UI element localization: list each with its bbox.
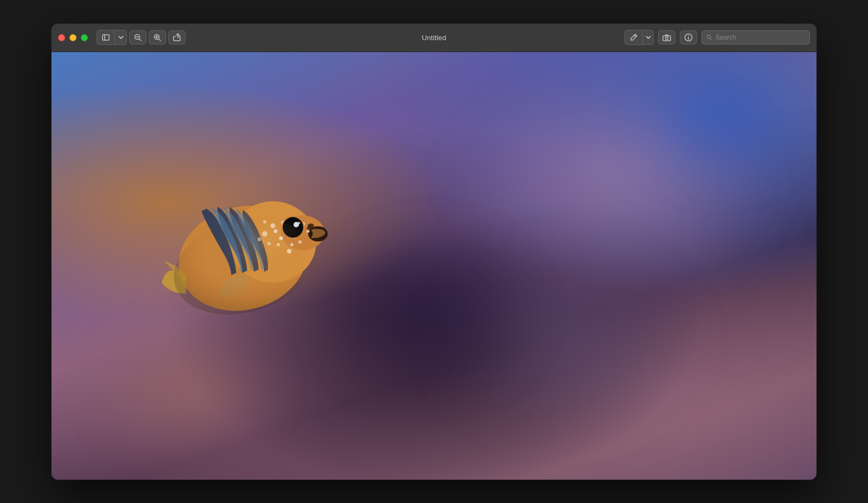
sidebar-toggle-button[interactable]: [97, 30, 114, 44]
svg-point-36: [297, 221, 300, 224]
underwater-scene: [52, 52, 816, 480]
pen-tool-button[interactable]: [625, 30, 642, 44]
maximize-button[interactable]: [81, 34, 88, 41]
window-title: Untitled: [422, 34, 446, 42]
chevron-down-icon: [118, 34, 124, 41]
zoom-out-button[interactable]: [129, 30, 146, 44]
bg-decoration-4: [639, 73, 801, 182]
svg-point-45: [307, 226, 312, 230]
svg-rect-0: [103, 35, 109, 40]
info-button[interactable]: [680, 30, 697, 44]
svg-line-3: [139, 39, 142, 41]
content-area: [52, 52, 816, 480]
svg-line-9: [634, 35, 636, 37]
search-icon: [706, 34, 712, 41]
sidebar-chevron-button[interactable]: [114, 30, 126, 44]
search-bar[interactable]: [701, 30, 810, 44]
photo-display: [52, 52, 816, 480]
zoom-in-icon: [153, 33, 162, 42]
info-icon: [684, 33, 693, 42]
svg-line-16: [710, 38, 712, 40]
fish-image: [135, 152, 352, 359]
toolbar-left: [97, 30, 186, 45]
traffic-lights: [58, 34, 88, 41]
pen-chevron-button[interactable]: [642, 30, 653, 44]
pen-icon: [629, 33, 638, 42]
minimize-button[interactable]: [69, 34, 76, 41]
svg-point-11: [666, 37, 668, 40]
share-button[interactable]: [168, 30, 186, 44]
camera-button[interactable]: [658, 30, 675, 44]
camera-icon: [662, 33, 671, 42]
toolbar-right: [624, 30, 810, 45]
svg-point-14: [688, 35, 689, 36]
zoom-in-button[interactable]: [149, 30, 166, 44]
bg-decoration-3: [320, 231, 537, 394]
close-button[interactable]: [58, 34, 65, 41]
pen-chevron-down-icon: [645, 34, 652, 41]
sidebar-icon: [101, 33, 110, 42]
pen-tool-group: [624, 30, 654, 45]
zoom-out-icon: [133, 33, 142, 42]
share-icon: [173, 33, 181, 42]
search-input[interactable]: [716, 34, 805, 41]
sidebar-toggle-group: [97, 30, 127, 45]
svg-line-6: [159, 39, 161, 41]
titlebar: Untitled: [52, 24, 816, 52]
app-window: Untitled: [52, 24, 816, 480]
